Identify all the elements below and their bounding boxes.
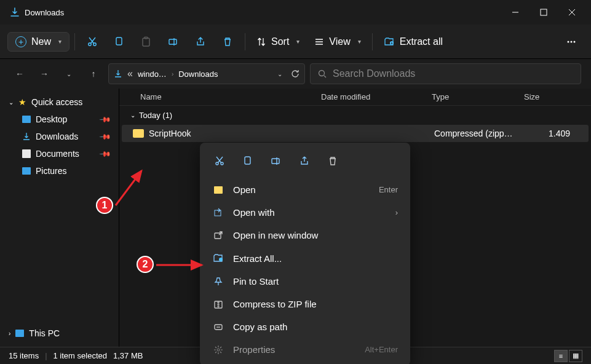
sidebar-item-pictures[interactable]: Pictures [0,162,119,180]
chevron-down-icon[interactable]: ⌄ [277,71,282,77]
pc-icon [15,330,24,337]
col-size[interactable]: Size [524,92,580,101]
copy-path-icon [212,322,224,332]
ctx-delete-button[interactable] [320,150,345,172]
sidebar-quick-access[interactable]: ⌄ ★ Quick access [0,93,119,111]
ctx-label: Extract All... [233,253,282,264]
ctx-open[interactable]: Open Enter [205,178,405,201]
downloads-icon [22,132,31,141]
paste-button[interactable] [134,30,159,54]
open-with-icon [212,208,224,218]
extract-all-button[interactable]: Extract all [378,33,449,51]
svg-rect-3 [116,38,122,45]
back-button[interactable]: ← [10,64,30,84]
svg-point-21 [217,349,220,351]
file-row[interactable]: ScriptHook Compressed (zipp… 1.409 [122,125,589,142]
downloads-icon [114,69,122,78]
ctx-label: Pin to Start [233,276,279,287]
separator [74,33,75,50]
minimize-button[interactable] [501,0,530,25]
col-name[interactable]: Name [130,92,321,101]
plus-icon: + [15,36,26,47]
search-placeholder: Search Downloads [333,68,415,79]
sidebar-item-downloads[interactable]: Downloads 📌 [0,128,119,145]
file-type: Compressed (zipp… [434,129,526,138]
ctx-shortcut: Enter [379,185,398,194]
ctx-copy-path[interactable]: Copy as path [205,315,405,338]
arrow-1 [113,167,150,208]
extract-icon [384,36,395,47]
ctx-pin-start[interactable]: Pin to Start [205,270,405,293]
refresh-button[interactable] [291,69,299,78]
close-button[interactable] [558,0,586,25]
sort-label: Sort [271,36,289,47]
maximize-button[interactable] [530,0,558,25]
recent-button[interactable]: ⌄ [59,64,79,84]
ctx-properties[interactable]: Properties Alt+Enter [205,338,405,361]
chevron-down-icon: ▾ [296,38,299,45]
callout-2: 2 [137,256,154,273]
sidebar-label: This PC [29,328,60,338]
ctx-share-button[interactable] [292,150,317,172]
status-size: 1,37 MB [113,351,143,360]
delete-button[interactable] [215,30,240,54]
sidebar-item-documents[interactable]: Documents 📌 [0,145,119,162]
sidebar-label: Pictures [36,166,67,176]
group-today[interactable]: ⌄ Today (1) [119,106,591,125]
ctx-cut-button[interactable] [207,150,232,172]
new-button[interactable]: + New ▾ [7,32,69,52]
share-button[interactable] [188,30,213,54]
navbar: ← → ⌄ ↑ « windo… › Downloads ⌄ Search Do… [0,59,591,89]
ctx-label: Open in new window [233,230,318,240]
cut-button[interactable] [80,30,105,54]
new-window-icon [212,231,224,240]
callout-1: 1 [96,197,113,214]
desktop-icon [22,116,31,123]
breadcrumb-segment[interactable]: windo… [138,69,167,79]
col-type[interactable]: Type [432,92,524,101]
ctx-open-with[interactable]: Open with › [205,201,405,224]
sidebar-item-desktop[interactable]: Desktop 📌 [0,111,119,128]
ctx-extract-all[interactable]: Extract All... [205,247,405,270]
column-headers: Name Date modified Type Size [119,89,591,106]
ctx-compress[interactable]: Compress to ZIP file [205,293,405,315]
more-button[interactable] [559,30,584,54]
view-icon [314,37,324,47]
new-label: New [31,36,51,47]
rename-button[interactable] [161,30,186,54]
svg-point-12 [216,162,218,165]
zip-icon [133,129,144,138]
ctx-label: Open with [233,207,275,218]
svg-rect-0 [541,9,547,15]
svg-point-18 [219,258,223,261]
ctx-label: Compress to ZIP file [233,299,317,309]
pin-icon: 📌 [99,113,112,126]
forward-button[interactable]: → [34,64,54,84]
address-bar[interactable]: « windo… › Downloads ⌄ [108,63,305,84]
copy-button[interactable] [107,30,132,54]
svg-rect-4 [143,38,149,46]
up-button[interactable]: ↑ [84,64,103,84]
svg-point-10 [574,41,576,42]
view-button[interactable]: View ▾ [308,33,367,51]
extract-label: Extract all [400,36,443,47]
pin-icon: 📌 [99,148,112,160]
sidebar-this-pc[interactable]: › This PC [0,325,119,342]
separator [372,33,373,50]
sort-button[interactable]: Sort ▾ [250,33,306,51]
context-menu: Open Enter Open with › Open in new windo… [200,143,410,364]
ctx-open-new-window[interactable]: Open in new window [205,224,405,247]
ctx-copy-button[interactable] [236,150,260,172]
thumbnails-view-button[interactable]: ▦ [569,350,582,362]
search-box[interactable]: Search Downloads [310,63,581,84]
details-view-button[interactable]: ≡ [554,350,568,362]
breadcrumb-segment[interactable]: Downloads [178,69,218,79]
sidebar-label: Quick access [31,97,82,107]
compress-icon [212,299,224,309]
ctx-label: Open [233,184,256,195]
star-icon: ★ [18,97,26,107]
col-date[interactable]: Date modified [321,92,432,101]
ctx-rename-button[interactable] [264,150,288,172]
file-size: 1.409 [526,129,577,138]
pin-icon [212,277,224,287]
